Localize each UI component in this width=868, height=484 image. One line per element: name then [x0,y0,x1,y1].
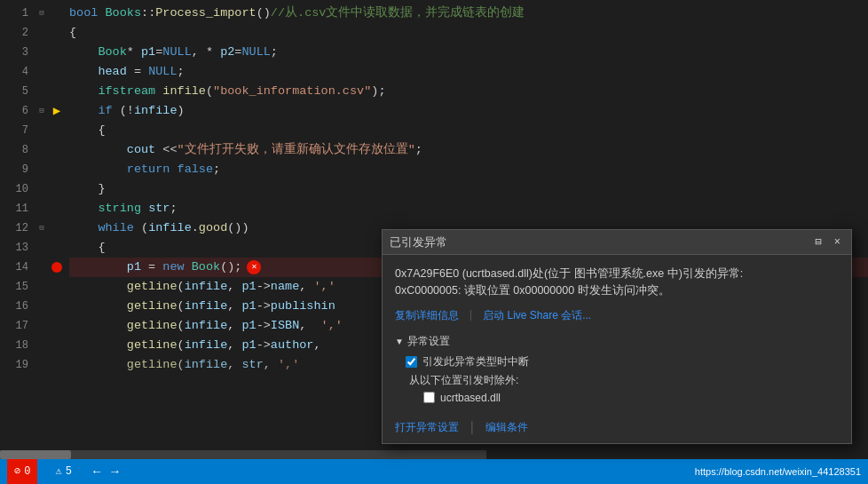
line-num-7: 7 [0,121,28,140]
code-line-7: { [69,121,868,140]
breakpoint-circle [51,262,62,273]
bp-1 [48,4,66,23]
line-num-3: 3 [0,43,28,62]
bp-14 [48,258,66,277]
code-line-1: bool Books::Process_import()//从.csv文件中读取… [69,4,868,23]
nav-forward-button[interactable]: → [107,462,122,481]
debug-arrow-icon: ▶ [53,101,60,121]
dialog-title-text: 已引发异常 [390,234,447,250]
fold-17 [36,316,48,336]
bp-3 [48,43,66,62]
fold-14 [36,258,48,277]
bp-18 [48,336,66,355]
collapse-icon[interactable]: ▼ [395,337,404,346]
csdn-url: https://blog.csdn.net/weixin_44128351 [695,462,861,481]
line-num-16: 16 [0,297,28,316]
except-label: 从以下位置引发时除外: [406,373,839,388]
bp-8 [48,140,66,160]
line-numbers: 1 2 3 4 5 6 7 8 9 10 11 12 13 14 15 16 1… [0,0,36,459]
copy-details-link[interactable]: 复制详细信息 [395,308,459,323]
warning-count[interactable]: ⚠ 5 [48,459,78,484]
exception-dialog: 已引发异常 ⊟ × 0x7A29F6E0 (ucrtbased.dll)处(位于… [382,229,852,444]
warning-icon: ⚠ [55,462,61,481]
break-on-exception-checkbox[interactable] [406,356,417,368]
fold-1[interactable]: ⊟ [36,4,48,23]
bp-13 [48,238,66,258]
code-line-10: } [69,179,868,199]
liveshare-link[interactable]: 启动 Live Share 会话... [483,308,591,323]
fold-3 [36,43,48,62]
fold-13 [36,238,48,258]
ucrtbased-checkbox[interactable] [423,392,435,403]
fold-15 [36,277,48,297]
line-num-6: 6 [0,101,28,121]
nav-back-button[interactable]: ← [90,462,104,481]
horizontal-scrollbar[interactable] [0,450,486,459]
dialog-close-button[interactable]: × [831,234,844,250]
fold-11 [36,199,48,218]
error-icon: ⊘ [14,462,20,481]
code-line-9: return false; [69,160,868,179]
open-exception-settings-link[interactable]: 打开异常设置 [395,420,459,436]
dialog-footer: 打开异常设置 | 编辑条件 [383,415,851,443]
checkbox-row-1: 引发此异常类型时中断 [406,354,839,369]
bp-19 [48,355,66,375]
line-num-17: 17 [0,316,28,336]
line-num-4: 4 [0,62,28,82]
fold-19 [36,355,48,375]
bp-11 [48,199,66,218]
line-num-11: 11 [0,199,28,218]
dialog-links: 复制详细信息 | 启动 Live Share 会话... [395,308,839,323]
fold-9 [36,160,48,179]
exception-message-line1: 0x7A29F6E0 (ucrtbased.dll)处(位于 图书管理系统.ex… [395,267,743,280]
footer-separator: | [468,420,477,436]
settings-section: 引发此异常类型时中断 从以下位置引发时除外: ucrtbased.dll [395,354,839,404]
line-num-2: 2 [0,23,28,43]
error-count[interactable]: ⊘ 0 [7,459,37,484]
status-bar: ⊘ 0 ⚠ 5 ← → https://blog.csdn.net/weixin… [0,459,868,484]
bp-10 [48,179,66,199]
code-line-2: { [69,23,868,43]
code-line-5: ifstream infile("book_information.csv"); [69,82,868,101]
fold-16 [36,297,48,316]
bp-4 [48,62,66,82]
dialog-controls: ⊟ × [812,234,844,250]
dialog-pin-button[interactable]: ⊟ [812,234,825,250]
bp-5 [48,82,66,101]
error-number: 0 [24,462,30,481]
exception-dll-row: ucrtbased.dll [406,392,839,404]
fold-7 [36,121,48,140]
line-num-18: 18 [0,336,28,355]
line-num-15: 15 [0,277,28,297]
line-num-10: 10 [0,179,28,199]
fold-10 [36,179,48,199]
warning-number: 5 [66,462,72,481]
navigation-buttons: ← → [90,462,122,481]
edit-conditions-link[interactable]: 编辑条件 [485,420,528,436]
bp-9 [48,160,66,179]
dll-label: ucrtbased.dll [440,392,501,404]
scroll-thumb[interactable] [0,450,71,459]
bp-12 [48,218,66,238]
code-line-4: head = NULL; [69,62,868,82]
line-num-13: 13 [0,238,28,258]
exception-settings-header: ▼ 异常设置 [395,334,839,349]
code-line-6: if (!infile) [69,101,868,121]
fold-6[interactable]: ⊟ [36,101,48,121]
line-num-5: 5 [0,82,28,101]
fold-4 [36,62,48,82]
fold-2 [36,23,48,43]
fold-5 [36,82,48,101]
line-num-12: 12 [0,218,28,238]
bp-17 [48,316,66,336]
dialog-body: 0x7A29F6E0 (ucrtbased.dll)处(位于 图书管理系统.ex… [383,255,851,415]
fold-12[interactable]: ⊟ [36,218,48,238]
code-line-3: Book* p1=NULL, * p2=NULL; [69,43,868,62]
line-num-8: 8 [0,140,28,160]
bp-6: ▶ [48,101,66,121]
bp-2 [48,23,66,43]
checkbox1-label: 引发此异常类型时中断 [422,354,529,369]
exception-message-line2: 0xC0000005: 读取位置 0x00000000 时发生访问冲突。 [395,284,670,297]
section-title-text: 异常设置 [407,334,450,349]
fold-18 [36,336,48,355]
